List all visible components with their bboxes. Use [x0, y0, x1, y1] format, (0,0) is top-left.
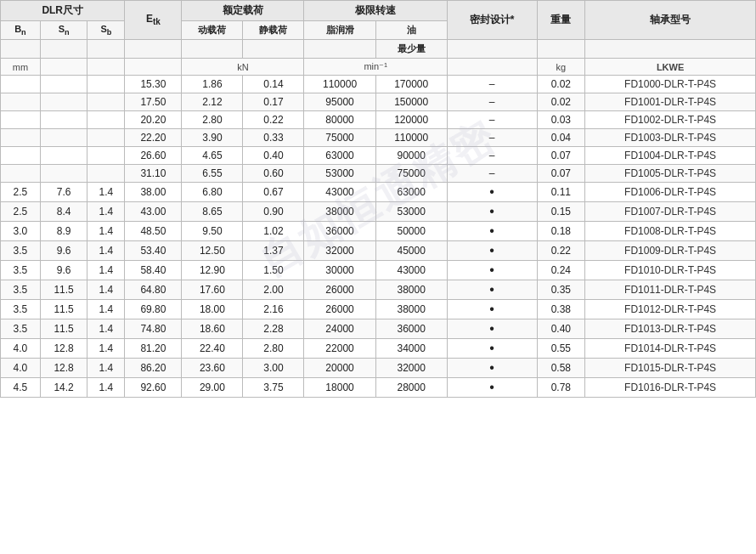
- unit-mm2: [40, 59, 87, 76]
- cell-weight: 0.07: [537, 165, 585, 183]
- cell-sb: 1.4: [87, 319, 125, 339]
- cell-seal: –: [447, 129, 537, 147]
- table-row: 15.301.860.14110000170000–0.02FD1000-DLR…: [1, 76, 756, 93]
- cell-etk: 74.80: [125, 319, 182, 339]
- cell-part: FD1009-DLR-T-P4S: [585, 241, 756, 261]
- cell-seal: •: [447, 359, 537, 378]
- cell-part: FD1007-DLR-T-P4S: [585, 202, 756, 222]
- cell-dynamic: 6.55: [182, 165, 243, 183]
- cell-weight: 0.40: [537, 319, 585, 339]
- cell-bn: [1, 76, 41, 93]
- cell-part: FD1016-DLR-T-P4S: [585, 378, 756, 398]
- header-bn: Bn: [1, 21, 41, 40]
- cell-static: 3.75: [243, 378, 304, 398]
- cell-bn: [1, 165, 41, 183]
- cell-sb: [87, 165, 125, 183]
- cell-sb: 1.4: [87, 261, 125, 280]
- cell-etk: 86.20: [125, 359, 182, 378]
- cell-etk: 38.00: [125, 183, 182, 202]
- cell-grease: 75000: [304, 129, 375, 147]
- table-row: 22.203.900.3375000110000–0.04FD1003-DLR-…: [1, 129, 756, 147]
- cell-sn: 9.6: [40, 241, 87, 261]
- header-oil: 油: [375, 21, 447, 40]
- cell-sn: 12.8: [40, 359, 87, 378]
- cell-weight: 0.02: [537, 76, 585, 93]
- cell-seal: •: [447, 378, 537, 398]
- cell-part: FD1001-DLR-T-P4S: [585, 93, 756, 111]
- cell-part: FD1004-DLR-T-P4S: [585, 147, 756, 165]
- table-row: 2.58.41.443.008.650.903800053000•0.15FD1…: [1, 202, 756, 222]
- table-row: 3.511.51.464.8017.602.002600038000•0.35F…: [1, 280, 756, 300]
- header-grease: 脂润滑: [304, 21, 375, 40]
- cell-bn: [1, 129, 41, 147]
- cell-grease: 80000: [304, 111, 375, 129]
- cell-sn: 9.6: [40, 261, 87, 280]
- cell-dynamic: 6.80: [182, 183, 243, 202]
- cell-etk: 15.30: [125, 76, 182, 93]
- cell-part: FD1005-DLR-T-P4S: [585, 165, 756, 183]
- cell-bn: 2.5: [1, 202, 41, 222]
- cell-seal: •: [447, 300, 537, 319]
- cell-weight: 0.03: [537, 111, 585, 129]
- cell-sb: [87, 93, 125, 111]
- cell-grease: 95000: [304, 93, 375, 111]
- cell-seal: •: [447, 183, 537, 202]
- table-row: 20.202.800.2280000120000–0.03FD1002-DLR-…: [1, 111, 756, 129]
- cell-sn: [40, 76, 87, 93]
- cell-static: 2.00: [243, 280, 304, 300]
- cell-oil: 38000: [375, 300, 447, 319]
- cell-bn: 3.5: [1, 280, 41, 300]
- cell-dynamic: 12.50: [182, 241, 243, 261]
- cell-dynamic: 18.00: [182, 300, 243, 319]
- cell-oil: 43000: [375, 261, 447, 280]
- cell-grease: 43000: [304, 183, 375, 202]
- cell-bn: 3.0: [1, 222, 41, 241]
- cell-bn: 2.5: [1, 183, 41, 202]
- cell-sb: 1.4: [87, 202, 125, 222]
- cell-grease: 32000: [304, 241, 375, 261]
- cell-dynamic: 2.80: [182, 111, 243, 129]
- cell-seal: •: [447, 222, 537, 241]
- cell-dynamic: 17.60: [182, 280, 243, 300]
- cell-seal: –: [447, 147, 537, 165]
- cell-static: 3.00: [243, 359, 304, 378]
- cell-grease: 26000: [304, 300, 375, 319]
- table-row: 3.511.51.469.8018.002.162600038000•0.38F…: [1, 300, 756, 319]
- bearing-table-wrapper: 自如恒通精密 DLR尺寸 Etk 额定载荷 极限转速 密封设计* 重量 轴承型号…: [0, 0, 756, 398]
- cell-oil: 53000: [375, 202, 447, 222]
- cell-weight: 0.55: [537, 339, 585, 359]
- cell-oil: 36000: [375, 319, 447, 339]
- header-dynamic: 动载荷: [182, 21, 243, 40]
- cell-etk: 48.50: [125, 222, 182, 241]
- cell-static: 0.90: [243, 202, 304, 222]
- cell-grease: 63000: [304, 147, 375, 165]
- cell-part: FD1000-DLR-T-P4S: [585, 76, 756, 93]
- header-etk: Etk: [125, 1, 182, 40]
- cell-seal: •: [447, 319, 537, 339]
- cell-grease: 26000: [304, 280, 375, 300]
- cell-sb: 1.4: [87, 241, 125, 261]
- header-sb: Sb: [87, 21, 125, 40]
- cell-sb: 1.4: [87, 339, 125, 359]
- table-row: 3.59.61.458.4012.901.503000043000•0.24FD…: [1, 261, 756, 280]
- cell-etk: 64.80: [125, 280, 182, 300]
- table-row: 17.502.120.1795000150000–0.02FD1001-DLR-…: [1, 93, 756, 111]
- cell-static: 0.33: [243, 129, 304, 147]
- header-dlr-size: DLR尺寸: [1, 1, 125, 21]
- cell-oil: 38000: [375, 280, 447, 300]
- cell-bn: 3.5: [1, 241, 41, 261]
- cell-sb: 1.4: [87, 378, 125, 398]
- table-row: 3.08.91.448.509.501.023600050000•0.18FD1…: [1, 222, 756, 241]
- cell-grease: 30000: [304, 261, 375, 280]
- cell-weight: 0.02: [537, 93, 585, 111]
- cell-sn: 14.2: [40, 378, 87, 398]
- cell-sb: [87, 147, 125, 165]
- cell-sn: 7.6: [40, 183, 87, 202]
- cell-seal: •: [447, 339, 537, 359]
- cell-oil: 32000: [375, 359, 447, 378]
- cell-grease: 36000: [304, 222, 375, 241]
- cell-seal: –: [447, 165, 537, 183]
- cell-static: 2.16: [243, 300, 304, 319]
- cell-etk: 81.20: [125, 339, 182, 359]
- cell-seal: •: [447, 280, 537, 300]
